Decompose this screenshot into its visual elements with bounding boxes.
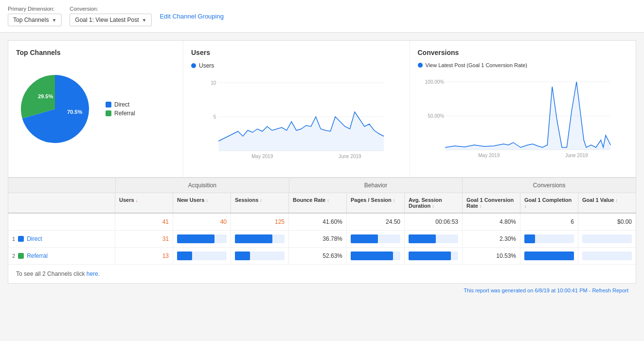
conversion-arrow-icon: ▼ (142, 18, 146, 23)
pie-direct-label: 70.5% (67, 109, 82, 115)
edit-channel-grouping-link[interactable]: Edit Channel Grouping (160, 13, 224, 20)
col-header-channel (8, 193, 115, 213)
table-row: 1 Direct 31 36.78% (8, 231, 636, 248)
direct-new-users-bar (177, 234, 215, 243)
top-channels-panel: Top Channels (8, 41, 183, 177)
summary-sessions: 125 (231, 214, 289, 230)
direct-rank: 1 (12, 236, 15, 242)
footer-text: To see all 2 Channels click here. (8, 265, 636, 283)
col-header-new-users[interactable]: New Users ↕ (173, 193, 231, 213)
conversions-panel: Conversions View Latest Post (Goal 1 Con… (410, 41, 636, 177)
direct-goal1-bar (524, 234, 535, 243)
direct-new-users-bar-cell (173, 231, 231, 247)
col-header-pages-session[interactable]: Pages / Session ↕ (347, 193, 405, 213)
direct-duration-bar-cell (405, 231, 463, 247)
users-chart-svg: 10 5 May 2019 June 2019 (191, 73, 402, 161)
top-channels-title: Top Channels (16, 49, 175, 56)
referral-sessions-bar (235, 251, 250, 260)
summary-goal1-comp: 6 (520, 214, 578, 230)
referral-sessions-bar-cell (231, 248, 289, 264)
col-header-users[interactable]: Users ↓ (115, 193, 173, 213)
direct-pages-bar-cell (347, 231, 405, 247)
charts-row: Top Channels (8, 40, 636, 178)
legend-referral: Referral (106, 110, 135, 117)
direct-channel-cell: 1 Direct (8, 231, 115, 247)
summary-bounce-rate: 41.60% (289, 214, 347, 230)
refresh-report-link[interactable]: Refresh Report (592, 287, 628, 293)
legend-direct-label: Direct (114, 101, 129, 108)
main-content: Top Channels (0, 33, 644, 305)
users-legend-label: Users (199, 62, 214, 69)
conversion-group: Conversion: Goal 1: View Latest Post ▼ (70, 6, 152, 26)
referral-pages-bar (351, 251, 393, 260)
referral-pages-bar-cell (347, 248, 405, 264)
conversions-title: Conversions (418, 49, 628, 56)
direct-link[interactable]: Direct (27, 235, 42, 242)
referral-users: 13 (115, 248, 173, 264)
referral-goal1-val-cell (578, 248, 636, 264)
referral-channel-cell: 2 Referral (8, 248, 115, 264)
pie-chart-svg: 70.5% 29.5% (16, 70, 94, 148)
table-row: 2 Referral 13 52.63% (8, 248, 636, 265)
referral-color-square (18, 253, 24, 259)
top-bar: Primary Dimension: Top Channels ▼ Conver… (0, 0, 644, 33)
referral-duration-bar-cell (405, 248, 463, 264)
col-header-bounce-rate[interactable]: Bounce Rate ↕ (289, 193, 347, 213)
legend-direct-color (106, 102, 111, 108)
dimension-dropdown[interactable]: Top Channels ▼ (8, 14, 62, 26)
referral-rank: 2 (12, 253, 15, 259)
summary-avg-duration: 00:06:53 (405, 214, 463, 230)
see-all-link[interactable]: here (87, 270, 98, 277)
legend-direct: Direct (106, 101, 135, 108)
referral-link[interactable]: Referral (27, 252, 48, 259)
col-header-avg-duration[interactable]: Avg. Session Duration ↕ (405, 193, 463, 213)
conversions-legend: View Latest Post (Goal 1 Conversion Rate… (418, 62, 628, 68)
referral-bounce-rate: 52.63% (289, 248, 347, 264)
direct-color-square (18, 236, 24, 242)
direct-goal1-conv: 2.30% (463, 231, 520, 247)
legend-referral-label: Referral (114, 110, 135, 117)
direct-duration-bar (409, 234, 436, 243)
direct-sessions-bar-cell (231, 231, 289, 247)
pie-referral-label: 29.5% (38, 93, 53, 99)
primary-dimension-label: Primary Dimension: (8, 6, 62, 12)
conversion-value: Goal 1: View Latest Post (75, 17, 139, 23)
col-header-goal1-conv[interactable]: Goal 1 Conversion Rate ↕ (463, 193, 520, 213)
referral-new-users-bar-cell (173, 248, 231, 264)
summary-pages-session: 24.50 (347, 214, 405, 230)
users-panel: Users Users 10 5 May 2019 June 2019 (183, 41, 410, 177)
users-legend: Users (191, 62, 402, 69)
summary-channel-cell (8, 214, 115, 230)
svg-point-8 (418, 63, 423, 68)
pie-legend: Direct Referral (106, 101, 135, 117)
conversion-dropdown[interactable]: Goal 1: View Latest Post ▼ (70, 14, 152, 26)
conversions-chart-svg: 100.00% 50.00% May 2019 June 2019 (418, 72, 628, 160)
svg-text:5: 5 (214, 114, 216, 120)
conversions-legend-label: View Latest Post (Goal 1 Conversion Rate… (426, 62, 528, 68)
col-header-goal1-val[interactable]: Goal 1 Value ↕ (578, 193, 636, 213)
group-headers-row: Acquisition Behavior Conversions (8, 178, 636, 193)
direct-users: 31 (115, 231, 173, 247)
svg-text:May 2019: May 2019 (478, 153, 500, 158)
direct-goal1-comp-bar-cell (520, 231, 578, 247)
conversion-label: Conversion: (70, 6, 152, 12)
group-header-behavior: Behavior (289, 178, 463, 193)
summary-users: 41 (115, 214, 173, 230)
group-header-channel (8, 178, 115, 193)
summary-new-users: 40 (173, 214, 231, 230)
dimension-value: Top Channels (13, 17, 49, 23)
group-header-conversions: Conversions (463, 178, 636, 193)
direct-sessions-bar (235, 234, 272, 243)
referral-new-users-bar (177, 251, 192, 260)
legend-referral-color (106, 110, 111, 116)
report-generated-text: This report was generated on 6/8/19 at 1… (464, 287, 592, 293)
referral-goal1-conv: 10.53% (463, 248, 520, 264)
svg-text:June 2019: June 2019 (339, 154, 361, 159)
direct-goal1-val-cell (578, 231, 636, 247)
report-footer: This report was generated on 6/8/19 at 1… (8, 284, 636, 297)
referral-goal1-bar (524, 251, 574, 260)
col-header-goal1-comp[interactable]: Goal 1 Completion ↕ (520, 193, 578, 213)
svg-text:May 2019: May 2019 (251, 154, 273, 159)
col-header-sessions[interactable]: Sessions ↕ (231, 193, 289, 213)
svg-text:100.00%: 100.00% (425, 79, 444, 85)
